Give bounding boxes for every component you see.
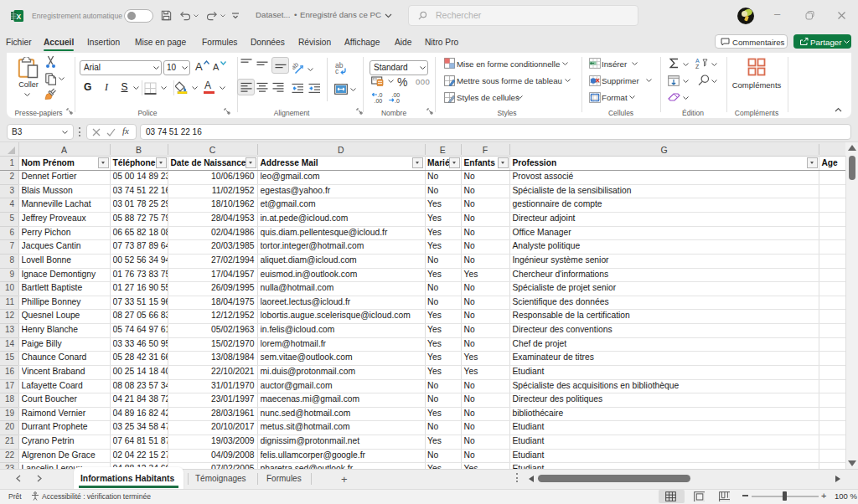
svg-text:A: A xyxy=(695,58,700,64)
svg-text:.0: .0 xyxy=(395,98,400,104)
svg-text:X: X xyxy=(16,13,21,21)
svg-text:.00: .00 xyxy=(375,98,383,104)
svg-text:Z: Z xyxy=(695,64,700,69)
